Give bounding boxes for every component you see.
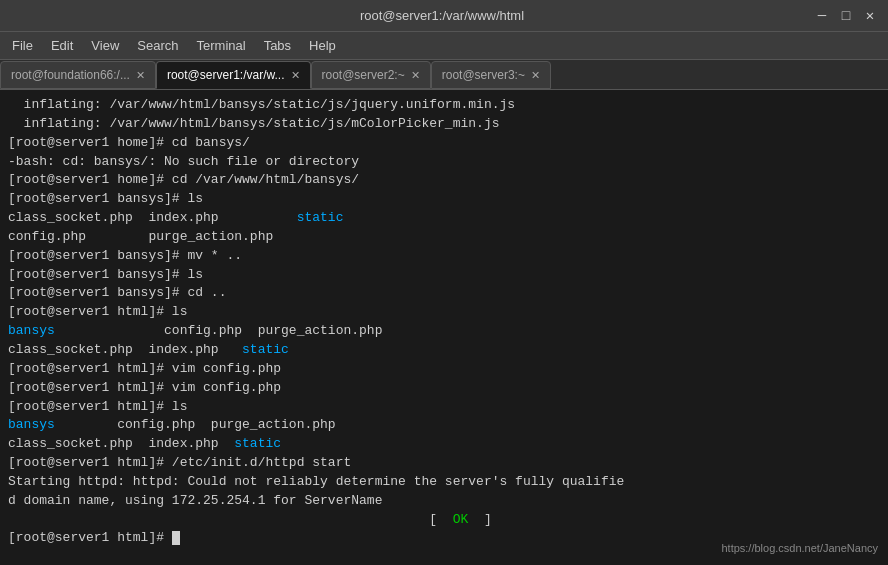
tab-label: root@server1:/var/w...: [167, 68, 285, 82]
terminal-line: [root@server1 home]# cd /var/www/html/ba…: [8, 171, 880, 190]
tab-tab4[interactable]: root@server3:~✕: [431, 61, 551, 89]
terminal-line: inflating: /var/www/html/bansys/static/j…: [8, 115, 880, 134]
terminal-line: [root@server1 html]# ls: [8, 303, 880, 322]
terminal-line: bansys config.php purge_action.php: [8, 416, 880, 435]
terminal-line: [root@server1 html]# vim config.php: [8, 379, 880, 398]
terminal-line: [root@server1 html]# ls: [8, 398, 880, 417]
watermark: https://blog.csdn.net/JaneNancy: [721, 541, 878, 557]
tab-tab2[interactable]: root@server1:/var/w...✕: [156, 61, 311, 89]
menu-item-edit[interactable]: Edit: [43, 36, 81, 55]
menu-item-file[interactable]: File: [4, 36, 41, 55]
terminal-line: [root@server1 bansys]# cd ..: [8, 284, 880, 303]
terminal-line: Starting httpd: httpd: Could not reliabl…: [8, 473, 880, 492]
terminal-line: -bash: cd: bansys/: No such file or dire…: [8, 153, 880, 172]
terminal-line: inflating: /var/www/html/bansys/static/j…: [8, 96, 880, 115]
tab-tab3[interactable]: root@server2:~✕: [311, 61, 431, 89]
window-title: root@server1:/var/www/html: [70, 8, 814, 23]
minimize-button[interactable]: ─: [814, 8, 830, 24]
menu-bar: FileEditViewSearchTerminalTabsHelp: [0, 32, 888, 60]
directory-highlight: static: [297, 210, 344, 225]
menu-item-view[interactable]: View: [83, 36, 127, 55]
menu-item-tabs[interactable]: Tabs: [256, 36, 299, 55]
directory-highlight: static: [242, 342, 289, 357]
maximize-button[interactable]: □: [838, 8, 854, 24]
tab-close-icon[interactable]: ✕: [531, 69, 540, 82]
menu-item-search[interactable]: Search: [129, 36, 186, 55]
tab-label: root@foundation66:/...: [11, 68, 130, 82]
terminal-line: class_socket.php index.php static: [8, 341, 880, 360]
terminal-line: [root@server1 bansys]# ls: [8, 266, 880, 285]
terminal-ok-line: [ OK ]: [8, 511, 880, 530]
close-button[interactable]: ✕: [862, 7, 878, 24]
terminal-line: config.php purge_action.php: [8, 228, 880, 247]
terminal-line: [root@server1 html]# vim config.php: [8, 360, 880, 379]
menu-item-help[interactable]: Help: [301, 36, 344, 55]
terminal-line: [root@server1 bansys]# mv * ..: [8, 247, 880, 266]
directory-highlight: static: [234, 436, 281, 451]
tab-bar: root@foundation66:/...✕root@server1:/var…: [0, 60, 888, 90]
terminal-line: [root@server1 home]# cd bansys/: [8, 134, 880, 153]
ok-text: OK: [445, 512, 476, 527]
directory-highlight: bansys: [8, 417, 55, 432]
tab-close-icon[interactable]: ✕: [136, 69, 145, 82]
terminal-line: [root@server1 bansys]# ls: [8, 190, 880, 209]
terminal-line: class_socket.php index.php static: [8, 209, 880, 228]
window-controls: ─ □ ✕: [814, 7, 878, 24]
tab-tab1[interactable]: root@foundation66:/...✕: [0, 61, 156, 89]
terminal-line: [root@server1 html]# /etc/init.d/httpd s…: [8, 454, 880, 473]
terminal-line: bansys config.php purge_action.php: [8, 322, 880, 341]
tab-close-icon[interactable]: ✕: [291, 69, 300, 82]
title-bar: root@server1:/var/www/html ─ □ ✕: [0, 0, 888, 32]
tab-label: root@server2:~: [322, 68, 405, 82]
tab-label: root@server3:~: [442, 68, 525, 82]
menu-item-terminal[interactable]: Terminal: [189, 36, 254, 55]
terminal-output[interactable]: inflating: /var/www/html/bansys/static/j…: [0, 90, 888, 565]
cursor: [172, 531, 180, 545]
terminal-line: d domain name, using 172.25.254.1 for Se…: [8, 492, 880, 511]
tab-close-icon[interactable]: ✕: [411, 69, 420, 82]
directory-highlight: bansys: [8, 323, 55, 338]
terminal-line: class_socket.php index.php static: [8, 435, 880, 454]
